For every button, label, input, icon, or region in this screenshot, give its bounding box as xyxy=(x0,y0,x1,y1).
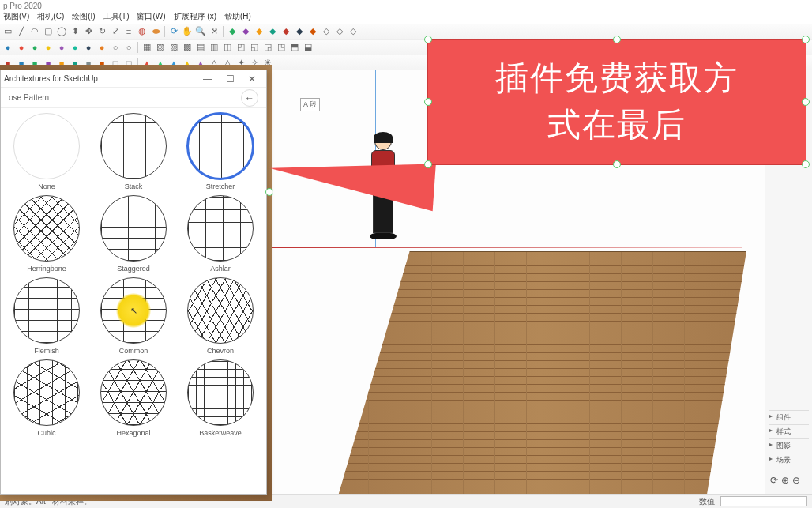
tray-add-icon[interactable]: ⊕ xyxy=(781,475,789,486)
tray-remove-icon[interactable]: ⊖ xyxy=(792,475,800,486)
pattern-ashlar[interactable]: Ashlar xyxy=(179,195,261,273)
tool-move-icon[interactable]: ✥ xyxy=(82,25,95,38)
measurements-input[interactable] xyxy=(720,496,807,506)
tray-panel-shadows[interactable]: 图影 xyxy=(769,438,809,453)
tool-r2-o-icon[interactable]: ▤ xyxy=(194,41,207,54)
tray-panel-components[interactable]: 组件 xyxy=(769,410,809,424)
tool-plugin-d-icon[interactable]: ◆ xyxy=(266,25,279,38)
tool-r2-g-icon[interactable]: ● xyxy=(82,41,95,54)
tool-rotate-icon[interactable]: ↻ xyxy=(96,25,108,38)
app-titlebar: p Pro 2020 xyxy=(0,0,812,11)
tool-plugin-e-icon[interactable]: ◆ xyxy=(280,25,292,38)
tray-panel-styles[interactable]: 样式 xyxy=(769,424,809,438)
callout-handle-mr[interactable] xyxy=(802,98,810,106)
tool-tape-icon[interactable]: ≡ xyxy=(122,25,135,38)
tray-refresh-icon[interactable]: ⟳ xyxy=(770,475,778,486)
tool-r2-h-icon[interactable]: ● xyxy=(96,41,108,54)
callout-handle-tm[interactable] xyxy=(613,36,621,43)
callout-handle-tl[interactable] xyxy=(424,36,432,43)
pattern-staggered[interactable]: Staggered xyxy=(92,195,175,273)
callout-handle-tr[interactable] xyxy=(802,36,810,43)
tool-r2-m-icon[interactable]: ▨ xyxy=(167,41,180,54)
tool-r2-l-icon[interactable]: ▧ xyxy=(154,41,167,54)
tool-select-icon[interactable]: ▭ xyxy=(2,25,14,38)
pattern-cubic-label: Cubic xyxy=(37,429,55,437)
tool-r2-d-icon[interactable]: ● xyxy=(42,41,55,54)
tool-r2-i-icon[interactable]: ○ xyxy=(109,41,122,54)
pattern-none[interactable]: None xyxy=(6,113,88,190)
tool-plugin-j-icon[interactable]: ◇ xyxy=(347,25,359,38)
pattern-flemish-label: Flemish xyxy=(34,347,59,355)
pattern-flemish[interactable]: Flemish xyxy=(6,277,88,355)
tool-plugin-h-icon[interactable]: ◇ xyxy=(320,25,333,38)
menu-view[interactable]: 视图(V) xyxy=(3,11,29,24)
tool-pan-icon[interactable]: ✋ xyxy=(181,25,194,38)
callout-handle-bl[interactable] xyxy=(424,160,432,168)
toolbar-divider xyxy=(137,42,138,53)
tool-plugin-b-icon[interactable]: ◆ xyxy=(239,25,252,38)
dialog-maximize-button[interactable]: ☐ xyxy=(219,73,241,85)
tool-r2-s-icon[interactable]: ◱ xyxy=(248,41,261,54)
tool-r2-p-icon[interactable]: ▥ xyxy=(208,41,220,54)
tool-scale-icon[interactable]: ⤢ xyxy=(109,25,122,38)
pattern-herringbone[interactable]: Herringbone xyxy=(6,195,88,273)
tool-r2-n-icon[interactable]: ▩ xyxy=(181,41,194,54)
tool-r2-j-icon[interactable]: ○ xyxy=(122,41,135,54)
tool-pushpull-icon[interactable]: ⬍ xyxy=(69,25,81,38)
menu-tools[interactable]: 工具(T) xyxy=(103,11,130,24)
tool-r2-e-icon[interactable]: ● xyxy=(55,41,68,54)
tool-plugin-f-icon[interactable]: ◆ xyxy=(293,25,306,38)
tool-paint-icon[interactable]: ◍ xyxy=(136,25,148,38)
menu-ext[interactable]: 扩展程序 (x) xyxy=(174,11,216,24)
menu-camera[interactable]: 相机(C) xyxy=(37,11,64,24)
menu-draw[interactable]: 绘图(I) xyxy=(72,11,95,24)
tool-circle-icon[interactable]: ◯ xyxy=(55,25,68,38)
dialog-back-button[interactable]: ← xyxy=(241,89,258,107)
tool-r2-r-icon[interactable]: ◰ xyxy=(235,41,247,54)
tool-zoom-icon[interactable]: 🔍 xyxy=(194,25,207,38)
pattern-common[interactable]: ↖ Common xyxy=(92,277,175,355)
menu-window[interactable]: 窗口(W) xyxy=(137,11,165,24)
pattern-hexagonal[interactable]: Hexagonal xyxy=(92,359,175,437)
callout-tail-handle[interactable] xyxy=(265,188,273,196)
tool-r2-u-icon[interactable]: ◳ xyxy=(275,41,288,54)
tool-zoomext-icon[interactable]: ⤧ xyxy=(208,25,220,38)
dialog-minimize-button[interactable]: — xyxy=(197,73,219,85)
tool-plugin-a-icon[interactable]: ◆ xyxy=(226,25,239,38)
callout-handle-br[interactable] xyxy=(802,160,810,168)
pattern-common-thumb: ↖ xyxy=(100,277,167,344)
tool-r2-f-icon[interactable]: ● xyxy=(69,41,81,54)
tool-r2-a-icon[interactable]: ● xyxy=(2,41,14,54)
tool-plugin-g-icon[interactable]: ◆ xyxy=(306,25,319,38)
tool-orbit-icon[interactable]: ⟳ xyxy=(167,25,180,38)
wood-floor-surface[interactable] xyxy=(336,251,746,494)
pattern-cubic[interactable]: Cubic xyxy=(6,359,88,437)
callout-banner[interactable]: 插件免费获取方 式在最后 xyxy=(427,39,806,165)
pattern-common-label: Common xyxy=(119,347,148,355)
pattern-stack[interactable]: Stack xyxy=(92,113,175,190)
pattern-chevron[interactable]: Chevron xyxy=(179,277,261,355)
tool-r2-b-icon[interactable]: ● xyxy=(15,41,28,54)
dialog-close-button[interactable]: ✕ xyxy=(241,73,263,85)
tool-rect-icon[interactable]: ▢ xyxy=(42,25,55,38)
callout-handle-bm[interactable] xyxy=(613,160,621,168)
tool-r2-v-icon[interactable]: ⬒ xyxy=(288,41,301,54)
tool-plugin-c-icon[interactable]: ◆ xyxy=(253,25,265,38)
pattern-stack-thumb xyxy=(100,113,167,179)
tool-r2-q-icon[interactable]: ◫ xyxy=(221,41,234,54)
tool-arc-icon[interactable]: ◠ xyxy=(28,25,41,38)
menu-help[interactable]: 帮助(H) xyxy=(224,11,251,24)
tool-r2-t-icon[interactable]: ◲ xyxy=(261,41,274,54)
tool-r2-w-icon[interactable]: ⬓ xyxy=(302,41,314,54)
tool-eraser-icon[interactable]: ⬬ xyxy=(149,25,162,38)
tool-plugin-i-icon[interactable]: ◇ xyxy=(333,25,346,38)
tool-line-icon[interactable]: ╱ xyxy=(15,25,28,38)
pattern-none-thumb xyxy=(13,113,80,179)
pattern-basketweave[interactable]: Basketweave xyxy=(179,359,261,437)
callout-handle-ml[interactable] xyxy=(424,98,432,106)
tool-r2-c-icon[interactable]: ● xyxy=(28,41,41,54)
pattern-stretcher[interactable]: Stretcher xyxy=(179,113,261,190)
tool-r2-k-icon[interactable]: ▦ xyxy=(141,41,153,54)
tray-panel-scenes[interactable]: 场景 xyxy=(769,453,809,467)
dialog-titlebar[interactable]: Architextures for SketchUp — ☐ ✕ xyxy=(1,70,266,88)
